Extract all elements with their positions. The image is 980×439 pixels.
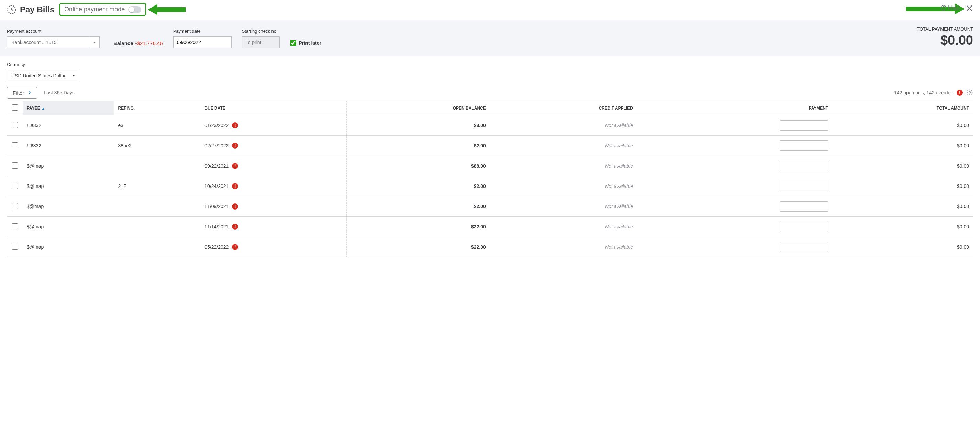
table-row: $@map 05/22/2022 ! $22.00 Not available … [7,237,973,257]
select-all-header [7,101,23,115]
col-due[interactable]: DUE DATE [200,101,346,115]
overdue-icon: ! [232,224,238,230]
col-payee[interactable]: PAYEE▲ [23,101,114,115]
row-checkbox[interactable] [12,243,18,250]
currency-label: Currency [7,62,973,67]
payment-input[interactable] [780,161,828,171]
cell-payee: $@map [23,156,114,176]
cell-payee: !IJ!332 [23,115,114,136]
cell-due: 01/23/2022 ! [200,115,346,136]
cell-payee: $@map [23,237,114,257]
payment-input[interactable] [780,221,828,232]
payment-input[interactable] [780,201,828,212]
cell-ref [114,237,200,257]
header-bar: Pay Bills Online payment mode Help [0,0,980,20]
cell-payment [637,156,832,176]
row-checkbox[interactable] [12,142,18,148]
cell-due: 09/22/2021 ! [200,156,346,176]
cell-payee: $@map [23,217,114,237]
bills-summary: 142 open bills, 142 overdue ! [894,89,973,97]
cell-ref: 21E [114,176,200,197]
col-open-balance[interactable]: OPEN BALANCE [346,101,490,115]
table-row: $@map 11/09/2021 ! $2.00 Not available $… [7,197,973,217]
cell-ref: 38he2 [114,136,200,156]
table-header-row: PAYEE▲ REF NO. DUE DATE OPEN BALANCE CRE… [7,101,973,115]
cell-credit: Not available [490,217,637,237]
online-payment-mode-toggle[interactable] [128,6,141,13]
col-payment[interactable]: PAYMENT [637,101,832,115]
print-later-input[interactable] [290,40,296,46]
table-row: !IJ!332 38he2 02/27/2022 ! $2.00 Not ava… [7,136,973,156]
content-section: Currency USD United States Dollar Filter… [0,56,980,257]
check-no-input [242,37,280,48]
overdue-icon: ! [232,204,238,210]
sort-asc-icon: ▲ [41,107,45,110]
cell-ref [114,217,200,237]
alert-icon: ! [957,90,963,96]
help-button[interactable]: Help [940,5,959,11]
row-checkbox[interactable] [12,203,18,209]
history-icon [7,5,16,14]
filter-button[interactable]: Filter [7,87,37,99]
payment-input[interactable] [780,120,828,130]
cell-payee: !IJ!332 [23,136,114,156]
bills-table: PAYEE▲ REF NO. DUE DATE OPEN BALANCE CRE… [7,101,973,257]
cell-payment [637,176,832,197]
balance-value: -$21,776.46 [135,40,163,46]
cell-open-balance: $2.00 [346,176,490,197]
payment-input[interactable] [780,140,828,151]
balance-display: Balance -$21,776.46 [113,40,163,46]
payment-date-input[interactable] [173,37,232,48]
cell-open-balance: $22.00 [346,217,490,237]
gear-icon[interactable] [966,89,973,97]
cell-due: 10/24/2021 ! [200,176,346,197]
cell-payment [637,136,832,156]
cell-payment [637,237,832,257]
table-row: !IJ!332 e3 01/23/2022 ! $3.00 Not availa… [7,115,973,136]
cell-due: 05/22/2022 ! [200,237,346,257]
cell-open-balance: $88.00 [346,156,490,176]
overdue-icon: ! [232,143,238,149]
table-row: $@map 09/22/2021 ! $88.00 Not available … [7,156,973,176]
cell-credit: Not available [490,197,637,217]
overdue-icon: ! [232,122,238,129]
cell-total: $0.00 [832,237,973,257]
cell-open-balance: $2.00 [346,136,490,156]
cell-total: $0.00 [832,176,973,197]
filter-range: Last 365 Days [44,90,75,95]
cell-ref [114,197,200,217]
cell-open-balance: $22.00 [346,237,490,257]
payment-account-select[interactable]: Bank account ...1515 [7,37,100,48]
payment-input[interactable] [780,242,828,252]
annotation-arrow-toggle [148,3,186,16]
col-ref[interactable]: REF NO. [114,101,200,115]
svg-marker-1 [148,4,186,15]
caret-down-icon [72,74,75,77]
cell-due: 11/14/2021 ! [200,217,346,237]
row-checkbox[interactable] [12,122,18,128]
cell-credit: Not available [490,156,637,176]
payment-date-label: Payment date [173,29,232,33]
col-credit[interactable]: CREDIT APPLIED [490,101,637,115]
check-no-group: Starting check no. [242,29,280,48]
row-checkbox[interactable] [12,223,18,229]
payment-input[interactable] [780,181,828,191]
table-row: $@map 21E 10/24/2021 ! $2.00 Not availab… [7,176,973,197]
online-payment-mode-label: Online payment mode [64,6,125,13]
row-checkbox[interactable] [12,183,18,189]
select-all-checkbox[interactable] [12,105,18,111]
overdue-icon: ! [232,183,238,189]
print-later-checkbox[interactable]: Print later [290,40,321,46]
payment-date-group: Payment date [173,29,232,48]
svg-point-5 [969,91,971,93]
chevron-down-icon [89,37,99,48]
page-title: Pay Bills [20,5,54,14]
cell-open-balance: $2.00 [346,197,490,217]
cell-ref [114,156,200,176]
payment-account-group: Payment account Bank account ...1515 [7,29,100,48]
overdue-icon: ! [232,244,238,250]
currency-select[interactable]: USD United States Dollar [7,70,78,81]
close-button[interactable] [966,3,973,14]
col-total[interactable]: TOTAL AMOUNT [832,101,973,115]
row-checkbox[interactable] [12,162,18,169]
